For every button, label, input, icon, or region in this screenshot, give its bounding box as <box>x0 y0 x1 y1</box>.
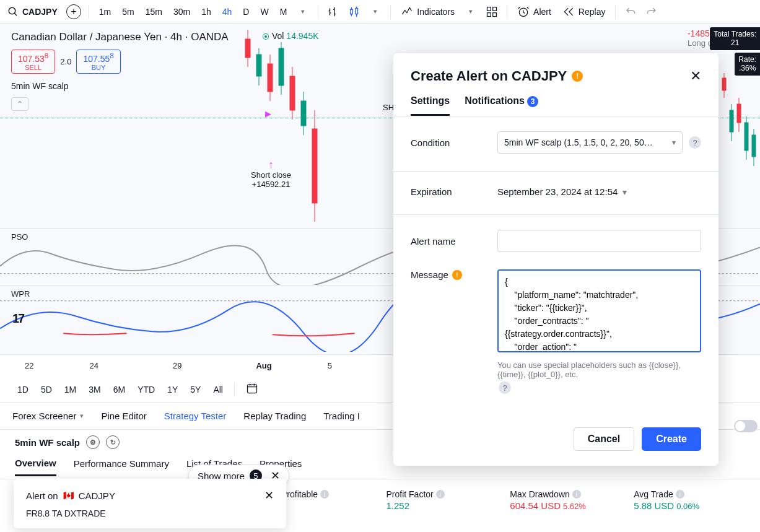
range-1y[interactable]: 1Y <box>162 382 183 397</box>
svg-line-1 <box>14 13 17 15</box>
info-icon[interactable]: i <box>320 490 329 499</box>
condition-value: 5min WF scalp (1.5, 1.5, 0, 2, 20, 50… <box>504 137 653 147</box>
sh-marker: SH <box>383 103 394 112</box>
modal-tab-notifications[interactable]: Notifications3 <box>465 95 538 116</box>
symbol-text: CADJPY <box>22 7 58 17</box>
right-candles <box>719 73 760 209</box>
interval-15m[interactable]: 15m <box>141 2 167 22</box>
expiration-picker[interactable]: September 23, 2024 at 12:54 ▾ <box>497 186 701 197</box>
cancel-button[interactable]: Cancel <box>574 427 634 451</box>
interval-dropdown[interactable]: ▾ <box>293 2 313 22</box>
panel-toggle[interactable] <box>734 420 758 432</box>
message-textarea[interactable] <box>497 269 701 352</box>
range-6m[interactable]: 6M <box>108 382 130 397</box>
info-icon[interactable]: i <box>436 490 445 499</box>
chevron-up-icon: ⌃ <box>17 100 23 108</box>
tab-pine-editor[interactable]: Pine Editor <box>101 411 146 421</box>
replay-label: Replay <box>579 7 606 17</box>
indicators-dropdown[interactable]: ▾ <box>461 2 481 22</box>
svg-rect-12 <box>256 55 261 76</box>
style-dropdown[interactable]: ▾ <box>365 2 385 22</box>
range-1d[interactable]: 1D <box>12 382 33 397</box>
svg-rect-3 <box>356 8 358 14</box>
interval-30m[interactable]: 30m <box>168 2 195 22</box>
chevron-down-icon: ▾ <box>301 7 305 15</box>
toast-close-button[interactable]: ✕ <box>264 489 274 502</box>
alert-label: Alert <box>533 7 551 17</box>
indicators-icon <box>401 6 413 18</box>
flag-icon: 🇨🇦 <box>63 491 74 500</box>
subtab-performance[interactable]: Performance Summary <box>74 458 169 475</box>
indicators-button[interactable]: Indicators <box>396 2 460 22</box>
svg-rect-36 <box>247 385 256 393</box>
bar-style-button[interactable] <box>323 2 343 22</box>
info-icon[interactable]: i <box>572 490 581 499</box>
chevron-down-icon: ▾ <box>80 412 84 420</box>
svg-rect-33 <box>752 135 756 157</box>
strategy-name: 5min WF scalp <box>15 437 80 448</box>
alert-clock-icon <box>517 6 530 18</box>
calendar-button[interactable] <box>241 380 263 399</box>
top-toolbar: CADJPY + 1m 5m 15m 30m 1h 4h D W M ▾ ▾ I… <box>0 0 760 24</box>
strategy-reload-button[interactable]: ↻ <box>106 435 120 449</box>
replay-button[interactable]: Replay <box>557 2 611 22</box>
interval-5m[interactable]: 5m <box>117 2 139 22</box>
wpr-label: WPR <box>11 289 30 299</box>
signal-marker-icon: ▶ <box>265 109 271 118</box>
expiration-value: September 23, 2024 at 12:54 <box>497 186 618 197</box>
range-1m[interactable]: 1M <box>59 382 81 397</box>
candle-style-button[interactable] <box>344 2 364 22</box>
modal-tab-settings[interactable]: Settings <box>411 95 450 116</box>
svg-rect-22 <box>312 129 317 203</box>
indicators-label: Indicators <box>417 7 455 17</box>
templates-button[interactable] <box>482 2 502 22</box>
interval-1m[interactable]: 1m <box>94 2 116 22</box>
tab-replay-trading[interactable]: Replay Trading <box>243 411 306 421</box>
range-3m[interactable]: 3M <box>84 382 105 397</box>
alert-button[interactable]: Alert <box>512 2 556 22</box>
close-icon: ✕ <box>690 68 701 84</box>
interval-D[interactable]: D <box>238 2 254 22</box>
svg-rect-5 <box>493 7 497 11</box>
tab-forex-screener[interactable]: Forex Screener ▾ <box>12 411 84 421</box>
total-trades-badge: Total Trades:21 <box>710 27 760 50</box>
interval-4h[interactable]: 4h <box>217 2 237 22</box>
symbol-search[interactable]: CADJPY <box>2 2 63 22</box>
redo-button[interactable] <box>642 2 662 22</box>
tradingview-logo: 17 <box>12 312 24 326</box>
range-all[interactable]: All <box>208 382 228 397</box>
svg-rect-20 <box>301 101 306 126</box>
create-button[interactable]: Create <box>642 427 701 451</box>
condition-select[interactable]: 5min WF scalp (1.5, 1.5, 0, 2, 20, 50… ▾ <box>497 131 683 154</box>
range-ytd[interactable]: YTD <box>133 382 160 397</box>
sell-quote[interactable]: 107.538 SELL <box>11 50 55 74</box>
info-icon[interactable]: i <box>676 490 684 499</box>
close-button[interactable]: ✕ <box>690 69 701 83</box>
alert-name-input[interactable] <box>497 230 701 252</box>
max-dd-value: 604.54 USD <box>510 500 561 511</box>
buy-quote[interactable]: 107.558 BUY <box>76 50 120 74</box>
tab-strategy-tester[interactable]: Strategy Tester <box>164 411 227 421</box>
svg-rect-4 <box>487 7 491 11</box>
subtab-overview[interactable]: Overview <box>15 458 56 476</box>
undo-button[interactable] <box>621 2 640 22</box>
tab-trading[interactable]: Trading I <box>323 411 360 421</box>
interval-1h[interactable]: 1h <box>196 2 216 22</box>
svg-rect-31 <box>745 123 748 150</box>
svg-rect-27 <box>730 110 733 132</box>
interval-M[interactable]: M <box>275 2 292 22</box>
svg-rect-18 <box>290 76 295 110</box>
help-button[interactable]: ? <box>499 382 511 394</box>
help-button[interactable]: ? <box>689 136 701 149</box>
interval-W[interactable]: W <box>255 2 273 22</box>
collapse-button[interactable]: ⌃ <box>11 97 28 111</box>
svg-rect-10 <box>245 39 250 58</box>
modal-tabs: Settings Notifications3 <box>393 95 719 116</box>
rate-badge: Rate:.36% <box>735 53 760 76</box>
message-label: Message! <box>411 269 497 280</box>
warning-icon: ! <box>572 71 583 82</box>
range-5y[interactable]: 5Y <box>185 382 206 397</box>
add-symbol-button[interactable]: + <box>64 2 84 22</box>
range-5d[interactable]: 5D <box>36 382 57 397</box>
strategy-settings-button[interactable]: ⚙ <box>86 435 100 449</box>
